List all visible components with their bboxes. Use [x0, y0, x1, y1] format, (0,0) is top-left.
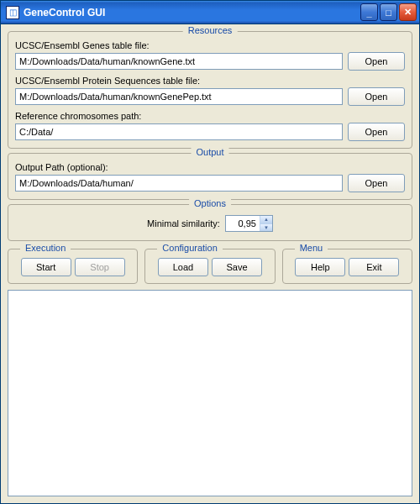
- close-button[interactable]: ✕: [399, 3, 417, 21]
- proteins-label: UCSC/Ensembl Protein Sequences table fil…: [15, 76, 405, 86]
- output-path-input[interactable]: [15, 175, 343, 192]
- titlebar: ◫ GeneControl GUI _ □ ✕: [1, 1, 419, 24]
- configuration-legend: Configuration: [157, 243, 222, 253]
- output-path-label: Output Path (optional):: [15, 162, 405, 172]
- load-button[interactable]: Load: [158, 258, 208, 276]
- client-area: Resources UCSC/Ensembl Genes table file:…: [1, 24, 419, 503]
- start-button[interactable]: Start: [21, 258, 71, 276]
- minsim-input[interactable]: [226, 216, 260, 231]
- menu-legend: Menu: [295, 243, 328, 253]
- genes-input[interactable]: [15, 53, 343, 70]
- chromosomes-label: Reference chromosomes path:: [15, 111, 405, 121]
- chromosomes-input[interactable]: [15, 123, 343, 140]
- minsim-up-button[interactable]: ▲: [260, 216, 272, 223]
- exit-button[interactable]: Exit: [349, 258, 399, 276]
- save-button[interactable]: Save: [212, 258, 262, 276]
- options-group: Options Minimal similarity: ▲ ▼: [8, 204, 412, 241]
- options-legend: Options: [189, 198, 231, 208]
- log-output: [8, 290, 412, 496]
- app-window: ◫ GeneControl GUI _ □ ✕ Resources UCSC/E…: [0, 0, 420, 504]
- genes-label: UCSC/Ensembl Genes table file:: [15, 40, 405, 50]
- genes-open-button[interactable]: Open: [348, 52, 405, 71]
- app-icon: ◫: [6, 6, 19, 19]
- help-button[interactable]: Help: [295, 258, 345, 276]
- minimize-button[interactable]: _: [360, 3, 378, 21]
- output-legend: Output: [191, 147, 228, 157]
- chromosomes-open-button[interactable]: Open: [348, 123, 405, 141]
- output-open-button[interactable]: Open: [348, 174, 405, 192]
- action-groups: Execution Start Stop Configuration Load …: [8, 249, 412, 284]
- execution-group: Execution Start Stop: [8, 249, 138, 284]
- resources-legend: Resources: [183, 25, 238, 35]
- proteins-open-button[interactable]: Open: [348, 87, 405, 106]
- output-group: Output Output Path (optional): Open: [8, 153, 412, 200]
- minsim-down-button[interactable]: ▼: [260, 223, 272, 232]
- resources-group: Resources UCSC/Ensembl Genes table file:…: [8, 31, 412, 149]
- maximize-button[interactable]: □: [380, 3, 397, 21]
- window-title: GeneControl GUI: [24, 7, 360, 18]
- minsim-spinner[interactable]: ▲ ▼: [225, 215, 273, 232]
- window-buttons: _ □ ✕: [360, 3, 417, 21]
- menu-group: Menu Help Exit: [282, 249, 412, 284]
- configuration-group: Configuration Load Save: [144, 249, 275, 284]
- execution-legend: Execution: [20, 243, 71, 253]
- stop-button: Stop: [75, 258, 125, 276]
- proteins-input[interactable]: [15, 88, 343, 105]
- minsim-label: Minimal similarity:: [147, 218, 220, 228]
